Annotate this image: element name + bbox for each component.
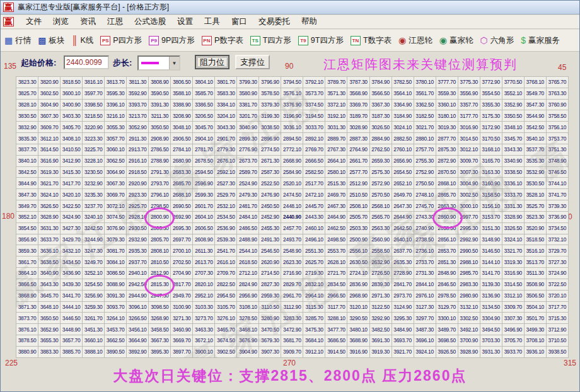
grid-cell: 3028.90 xyxy=(347,122,369,133)
grid-cell: 3379.30 xyxy=(259,99,281,110)
grid-cell: 3609.70 xyxy=(38,122,61,133)
app-logo-icon: 赢 xyxy=(3,17,14,26)
menu-item[interactable]: 工具 xyxy=(199,15,226,28)
t9-square-icon: T9 xyxy=(298,36,308,45)
grid-cell: 2764.90 xyxy=(347,144,369,155)
grid-cell: 3218.50 xyxy=(83,110,105,122)
grid-cell: 2719.30 xyxy=(303,268,325,279)
grid-cell: 3724.90 xyxy=(546,268,568,279)
toolbar-button-行情[interactable]: ▦行情 xyxy=(4,35,31,46)
grid-cell: 3573.70 xyxy=(303,88,325,99)
toolbar-button-T四方形[interactable]: TST四方形 xyxy=(250,35,291,46)
grid-cell: 2577.70 xyxy=(347,166,369,178)
grid-cell: 2942.50 xyxy=(127,279,149,290)
grid-cell: 2690.50 xyxy=(171,200,193,212)
grid-cell: 3540.10 xyxy=(524,133,546,144)
grid-cell: 2620.90 xyxy=(259,257,281,268)
grid-cell: 2839.30 xyxy=(369,279,392,290)
start-price-input[interactable] xyxy=(64,55,109,69)
grid-cell: 2923.30 xyxy=(127,189,149,200)
grid-cell: 3288.10 xyxy=(325,313,347,324)
grid-cell: 3043.30 xyxy=(215,122,237,133)
menu-item[interactable]: 窗口 xyxy=(226,15,253,28)
grid-cell: 3280.90 xyxy=(259,313,281,324)
grid-cell: 3388.90 xyxy=(171,99,193,110)
grid-cell: 3700.90 xyxy=(458,335,480,347)
grid-cell: 3067.30 xyxy=(105,178,127,189)
grid-cell: 3549.70 xyxy=(524,88,546,99)
toolbar-button-板块[interactable]: ▩板块 xyxy=(38,35,64,46)
grid-cell: 3770.50 xyxy=(502,77,524,88)
grid-cell: 3916.90 xyxy=(347,346,369,357)
title-bar: 赢 赢家江恩专业版[赢家服务平台] - [价格正方形] xyxy=(1,1,579,14)
toolbar-button-江恩轮[interactable]: ◉江恩轮 xyxy=(398,35,432,46)
grid-cell: 2714.50 xyxy=(259,268,281,279)
grid-cell: 2517.70 xyxy=(303,178,325,189)
grid-cell: 2959.30 xyxy=(259,290,281,301)
toolbar-button-T数字表[interactable]: TNT数字表 xyxy=(351,35,392,46)
grid-cell: 3194.50 xyxy=(303,110,325,122)
grid-cell: 2541.70 xyxy=(215,245,237,257)
resistance-button[interactable]: 阻力位 xyxy=(195,55,229,69)
grid-cell: 3595.30 xyxy=(105,88,127,99)
menu-item[interactable]: 资讯 xyxy=(74,15,102,28)
grid-cell: 3439.30 xyxy=(61,279,83,290)
toolbar-button-赢家轮[interactable]: ◉赢家轮 xyxy=(439,35,473,46)
pn-table-icon: PN xyxy=(202,36,212,45)
menu-item[interactable]: 设置 xyxy=(171,15,199,28)
grid-cell: 2685.70 xyxy=(171,178,193,189)
grid-cell: 3088.90 xyxy=(105,279,127,290)
grid-cell: 2808.10 xyxy=(149,245,171,257)
grid-cell: 2988.10 xyxy=(458,257,480,268)
toolbar-button-P数字表[interactable]: PNP数字表 xyxy=(202,35,243,46)
grid-cell: 3400.90 xyxy=(61,99,83,110)
grid-cell: 3112.90 xyxy=(281,301,303,313)
toolbar-button-K线[interactable]: ║K线 xyxy=(71,35,93,46)
menu-item[interactable]: 浏览 xyxy=(47,15,74,28)
grid-cell: 2666.50 xyxy=(303,155,325,166)
toolbar-button-P四方形[interactable]: PSP四方形 xyxy=(100,35,142,46)
grid-cell: 3211.30 xyxy=(149,110,171,122)
grid-cell: 3021.70 xyxy=(414,122,436,133)
hexagon-icon: ⬡ xyxy=(480,36,488,45)
toolbar-button-label: 9T四方形 xyxy=(311,35,344,46)
grid-cell: 2925.70 xyxy=(127,200,149,212)
toolbar-button-六角形[interactable]: ⬡六角形 xyxy=(480,35,514,46)
grid-cell: 2625.70 xyxy=(303,257,325,268)
grid-cell: 3763.30 xyxy=(546,88,568,99)
grid-cell: 2889.70 xyxy=(325,133,347,144)
grid-cell: 3487.30 xyxy=(414,324,436,335)
grid-cell: 3823.30 xyxy=(16,77,38,88)
menu-item[interactable]: 文件 xyxy=(20,15,47,28)
grid-cell: 3506.50 xyxy=(524,290,546,301)
menu-item[interactable]: 公式选股 xyxy=(129,15,171,28)
grid-cell: 3484.90 xyxy=(392,324,414,335)
menu-item[interactable]: 交易委托 xyxy=(253,15,296,28)
toolbar-button-9P四方形[interactable]: P99P四方形 xyxy=(149,35,195,46)
grid-cell: 3842.50 xyxy=(16,166,38,178)
grid-cell: 2836.90 xyxy=(347,279,369,290)
grid-cell: 3417.70 xyxy=(61,178,83,189)
grid-cell: 2937.70 xyxy=(127,257,149,268)
grid-cell: 2949.70 xyxy=(171,290,193,301)
grid-cell: 3782.50 xyxy=(392,77,414,88)
step-dropdown[interactable]: ▼ xyxy=(137,55,180,71)
menu-item[interactable]: 江恩 xyxy=(102,15,129,28)
grid-cell: 3026.50 xyxy=(369,122,392,133)
grid-cell: 2918.50 xyxy=(127,166,149,178)
grid-cell: 2779.30 xyxy=(215,144,237,155)
grid-cell: 2829.70 xyxy=(281,279,303,290)
toolbar-button-9T四方形[interactable]: T99T四方形 xyxy=(298,35,344,46)
grid-cell: 3129.70 xyxy=(436,301,458,313)
support-button[interactable]: 支撑位 xyxy=(235,55,270,69)
dropdown-arrow-icon[interactable]: ▼ xyxy=(169,57,179,69)
grid-cell: 2784.10 xyxy=(171,144,193,155)
grid-cell: 2812.90 xyxy=(149,268,171,279)
menu-item[interactable]: 帮助 xyxy=(296,15,323,28)
toolbar-button-赢家服务[interactable]: $赢家服务 xyxy=(521,35,560,46)
grid-cell: 3103.30 xyxy=(193,301,215,313)
grid-cell: 2652.10 xyxy=(392,178,414,189)
grid-cell: 3115.30 xyxy=(303,301,325,313)
grid-cell: 3081.70 xyxy=(105,245,127,257)
grid-cell: 2616.10 xyxy=(215,257,237,268)
